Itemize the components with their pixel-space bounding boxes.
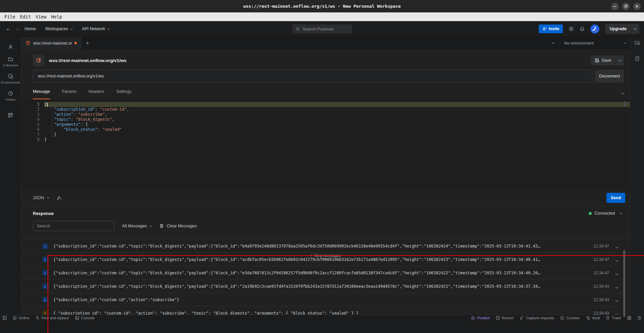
line-number: 7 (33, 132, 44, 137)
menu-edit[interactable]: Edit (18, 14, 34, 19)
open-request-tab[interactable]: wss://rest-mainnet.onflo (21, 37, 81, 49)
response-title: Response (33, 211, 54, 216)
chevron-down-icon (624, 41, 626, 44)
code-line[interactable]: 3 "action": "subscribe", (33, 112, 630, 117)
code-line[interactable]: 5 "arguments": { (33, 122, 630, 127)
message-row[interactable]: ↓{"subscription_id":"custom-id","topic":… (21, 280, 630, 293)
global-search[interactable]: Search Postman (292, 24, 352, 34)
code-line[interactable]: 6 "block_status": "sealed" (33, 127, 630, 132)
maximize-button[interactable] (622, 3, 630, 10)
check-circle-icon (13, 316, 17, 320)
code-line[interactable]: 2 "subscription_id": "custom-id", (33, 107, 630, 112)
message-row[interactable]: ↓{"subscription_id":"custom-id","topic":… (21, 266, 630, 280)
right-rail (630, 37, 644, 315)
environment-quicklook-icon[interactable] (634, 40, 640, 47)
sidebar-item-more[interactable] (0, 109, 21, 121)
code-line[interactable]: 1{ (33, 102, 630, 107)
runner-button[interactable]: Runner (496, 316, 514, 320)
code-line[interactable]: 8} (33, 137, 630, 142)
editor-scrollbar[interactable] (624, 101, 626, 107)
grid-add-icon (8, 112, 13, 118)
settings-gear-icon[interactable] (569, 26, 574, 32)
message-format-select[interactable]: JSON (33, 196, 49, 200)
code-line[interactable]: 7 } (33, 132, 630, 137)
environments-icon (8, 73, 13, 79)
notifications-bell-icon[interactable] (580, 26, 585, 32)
close-button[interactable] (633, 3, 641, 10)
upgrade-dropdown[interactable] (631, 24, 639, 34)
chevron-down-icon[interactable] (616, 297, 618, 303)
chevron-down-icon (618, 58, 621, 61)
chevron-down-icon[interactable] (616, 243, 618, 249)
find-and-replace[interactable]: Find and replace (36, 316, 69, 320)
new-tab-button[interactable]: + (81, 37, 94, 49)
tab-title: wss://rest-mainnet.onflo (33, 41, 72, 46)
save-button[interactable]: Save (591, 55, 624, 65)
documentation-icon[interactable] (635, 56, 640, 63)
sidebar-item-collections[interactable]: Collections (0, 53, 21, 70)
user-avatar[interactable] (590, 24, 599, 34)
main-toolbar: ← → Home Workspaces API Network Search P… (0, 21, 644, 37)
search-placeholder: Search Postman (303, 27, 334, 32)
menu-help[interactable]: Help (49, 14, 65, 19)
line-number: 2 (33, 107, 44, 112)
message-timestamp: 12:34:43 (593, 311, 609, 315)
cookies-button[interactable]: Cookies (560, 316, 580, 320)
sidebar-item-history[interactable]: History (0, 88, 21, 105)
upgrade-button[interactable]: Upgrade (605, 24, 639, 34)
code-line[interactable]: 4 "topic": "block_digests", (33, 117, 630, 122)
environment-selector[interactable]: No environment (564, 41, 626, 46)
tab-headers[interactable]: Headers (89, 88, 104, 99)
sidebar-item-environments[interactable]: Environments (0, 70, 21, 88)
url-input[interactable] (33, 70, 592, 82)
beautify-icon[interactable] (57, 195, 62, 201)
collapse-chevron-icon[interactable] (622, 91, 624, 97)
connection-status[interactable]: Connected (589, 211, 622, 216)
menu-view[interactable]: View (33, 14, 49, 19)
console-toggle[interactable]: Console (75, 316, 95, 320)
connection-status-label: Connected (595, 211, 615, 216)
chevron-down-icon[interactable] (616, 270, 618, 276)
message-text: {"subscription_id":"custom-id","topic":"… (53, 244, 584, 248)
chevron-down-icon[interactable] (616, 257, 618, 263)
chevron-down-icon (620, 211, 622, 214)
tab-settings[interactable]: Settings (116, 88, 131, 99)
vault-button[interactable]: Vault (586, 316, 600, 320)
save-dropdown[interactable] (615, 55, 624, 65)
tab-params[interactable]: Params (62, 88, 76, 99)
disconnect-button[interactable]: Disconnect (595, 70, 624, 82)
sidebar-toggle-icon[interactable] (3, 316, 7, 320)
send-button[interactable]: Send (606, 193, 625, 203)
message-row[interactable]: ↑{ "subscription_id": "custom-id", "acti… (21, 307, 630, 315)
message-row[interactable]: ↓{"subscription_id":"custom-id","topic":… (21, 239, 630, 253)
message-row[interactable]: ↓{"subscription_id":"custom-id","action"… (21, 293, 630, 307)
tab-message[interactable]: Message (33, 88, 50, 99)
clear-messages-button[interactable]: Clear Messages (159, 224, 197, 228)
home-link[interactable]: Home (24, 26, 36, 31)
help-icon[interactable] (637, 316, 641, 320)
workspaces-menu[interactable]: Workspaces (45, 26, 73, 31)
minimize-button[interactable] (611, 3, 619, 10)
tab-overflow-chevron-icon[interactable] (552, 41, 554, 44)
capture-requests-button[interactable]: Capture requests (520, 316, 554, 320)
back-arrow-icon[interactable]: ← (7, 26, 10, 32)
response-section: Response Connected All Messages (21, 206, 630, 315)
menu-file[interactable]: File (2, 14, 18, 19)
forward-arrow-icon[interactable]: → (16, 26, 19, 32)
chevron-down-icon[interactable] (616, 310, 618, 315)
chevron-down-icon[interactable] (616, 283, 618, 289)
postbot-icon (471, 316, 475, 320)
response-scrollbar[interactable] (623, 250, 625, 317)
message-filter-select[interactable]: All Messages (122, 224, 152, 228)
online-status[interactable]: Online (13, 316, 30, 320)
message-editor[interactable]: 1{2 "subscription_id": "custom-id",3 "ac… (21, 99, 630, 189)
api-network-menu[interactable]: API Network (82, 26, 109, 31)
user-icon (8, 44, 13, 50)
invite-button[interactable]: Invite (539, 24, 563, 33)
sidebar-item-profile[interactable] (0, 41, 21, 53)
response-search-input[interactable] (33, 221, 115, 231)
panel-layout-icon[interactable] (627, 316, 631, 320)
chevron-down-icon (150, 224, 152, 227)
postbot-button[interactable]: Postbot (471, 316, 489, 320)
trash-button[interactable]: Trash (606, 316, 621, 320)
